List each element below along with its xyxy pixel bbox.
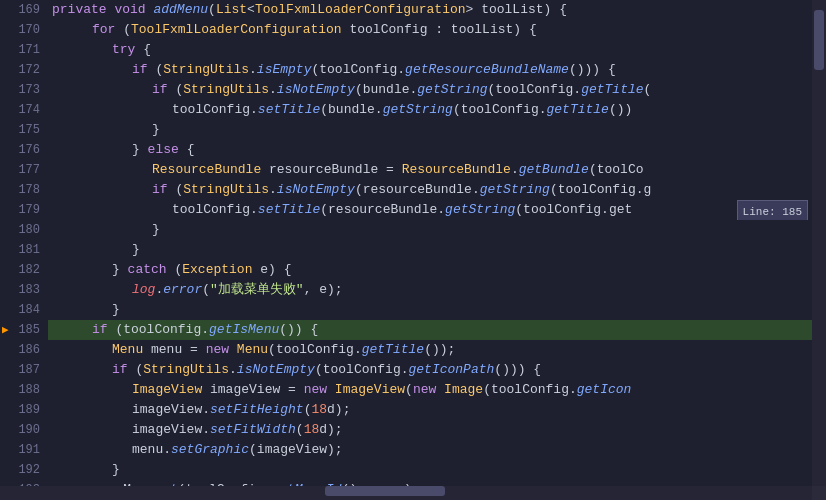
token-type: ResourceBundle xyxy=(152,162,261,177)
token-method: setGraphic xyxy=(171,442,249,457)
line-number: ▶185 xyxy=(0,320,48,340)
line-content: ImageView imageView = new ImageView(new … xyxy=(48,380,826,400)
token-plain: } xyxy=(132,242,140,257)
token-plain: { xyxy=(135,42,151,57)
token-plain: imageView. xyxy=(132,402,210,417)
token-method: getIcon xyxy=(577,382,632,397)
token-plain: (imageView); xyxy=(249,442,343,457)
token-kw: void xyxy=(114,2,145,17)
token-plain: (toolCo xyxy=(589,162,644,177)
line-content: } xyxy=(48,240,826,260)
code-lines[interactable]: 169private void addMenu(List<ToolFxmlLoa… xyxy=(0,0,826,486)
token-plain: ()); xyxy=(424,342,455,357)
token-method: setFitHeight xyxy=(210,402,304,417)
token-plain: . xyxy=(511,162,519,177)
code-line: 179toolConfig.setTitle(resourceBundle.ge… xyxy=(0,200,826,220)
token-kw: new xyxy=(304,382,327,397)
line-content: } xyxy=(48,460,826,480)
token-type: ImageView xyxy=(132,382,202,397)
code-line: 182} catch (Exception e) { xyxy=(0,260,826,280)
line-number: 182 xyxy=(0,260,48,280)
token-plain: } xyxy=(112,262,128,277)
line-number: 176 xyxy=(0,140,48,160)
line-content: if (StringUtils.isNotEmpty(toolConfig.ge… xyxy=(48,360,826,380)
token-method: getString xyxy=(383,102,453,117)
line-content: } xyxy=(48,220,826,240)
line-content: Menu menu = new Menu(toolConfig.getTitle… xyxy=(48,340,826,360)
line-content: toolConfig.setTitle(bundle.getString(too… xyxy=(48,100,826,120)
line-number: 180 xyxy=(0,220,48,240)
token-plain xyxy=(327,382,335,397)
line-number: 172 xyxy=(0,60,48,80)
token-method: getIsMenu xyxy=(209,322,279,337)
token-method: addMenu xyxy=(153,2,208,17)
token-plain: ()) { xyxy=(279,322,318,337)
token-num: 18 xyxy=(311,402,327,417)
line-content: if (StringUtils.isNotEmpty(resourceBundl… xyxy=(48,180,826,200)
line-content: } else { xyxy=(48,140,826,160)
token-plain: (toolConfig. xyxy=(315,362,409,377)
token-type: ImageView xyxy=(335,382,405,397)
token-method: getTitle xyxy=(362,342,424,357)
code-line: 173if (StringUtils.isNotEmpty(bundle.get… xyxy=(0,80,826,100)
horizontal-scrollbar-thumb[interactable] xyxy=(325,486,445,496)
token-kw: if xyxy=(152,182,168,197)
token-plain: toolConfig : toolList) { xyxy=(342,22,537,37)
token-method: isNotEmpty xyxy=(237,362,315,377)
token-kw: for xyxy=(92,22,115,37)
line-number: 191 xyxy=(0,440,48,460)
token-type: List xyxy=(216,2,247,17)
line-number: 184 xyxy=(0,300,48,320)
token-kw: if xyxy=(132,62,148,77)
token-type: ToolFxmlLoaderConfiguration xyxy=(131,22,342,37)
token-plain: } xyxy=(112,302,120,317)
scrollbar-corner xyxy=(812,486,826,500)
token-plain: , e); xyxy=(304,282,343,297)
line-number: 183 xyxy=(0,280,48,300)
code-line: 190imageView.setFitWidth(18d); xyxy=(0,420,826,440)
token-plain: (toolConfig. xyxy=(268,342,362,357)
token-kw: if xyxy=(152,82,168,97)
line-number: 175 xyxy=(0,120,48,140)
token-plain: ( xyxy=(128,362,144,377)
line-content: if (StringUtils.isNotEmpty(bundle.getStr… xyxy=(48,80,826,100)
code-line: 187if (StringUtils.isNotEmpty(toolConfig… xyxy=(0,360,826,380)
vertical-scrollbar[interactable] xyxy=(812,0,826,486)
code-line: 183log.error("加载菜单失败", e); xyxy=(0,280,826,300)
line-number: 189 xyxy=(0,400,48,420)
token-plain: (toolConfig. xyxy=(488,82,582,97)
token-method: isNotEmpty xyxy=(277,182,355,197)
token-method: setTitle xyxy=(258,102,320,117)
line-number: 181 xyxy=(0,240,48,260)
token-plain: (toolConfig. xyxy=(453,102,547,117)
token-plain: d); xyxy=(327,402,350,417)
token-method: getString xyxy=(417,82,487,97)
code-line: 176} else { xyxy=(0,140,826,160)
line-number: 170 xyxy=(0,20,48,40)
line-content: private void addMenu(List<ToolFxmlLoader… xyxy=(48,0,826,20)
token-plain: > toolList) { xyxy=(466,2,567,17)
token-method: getString xyxy=(445,202,515,217)
token-plain: (toolConfig. xyxy=(311,62,405,77)
token-plain: . xyxy=(269,182,277,197)
bottom-bar xyxy=(0,486,826,500)
token-plain: (toolConfig. xyxy=(483,382,577,397)
code-line: 174toolConfig.setTitle(bundle.getString(… xyxy=(0,100,826,120)
token-type: StringUtils xyxy=(163,62,249,77)
token-type: Menu xyxy=(237,342,268,357)
line-content: if (toolConfig.getIsMenu()) { xyxy=(48,320,826,340)
token-plain: ( xyxy=(208,2,216,17)
token-num: 18 xyxy=(304,422,320,437)
token-kw: private xyxy=(52,2,107,17)
token-kw: try xyxy=(112,42,135,57)
token-plain: (toolConfig. xyxy=(108,322,209,337)
vertical-scrollbar-thumb[interactable] xyxy=(814,10,824,70)
token-plain: (toolConfig.get xyxy=(515,202,632,217)
token-plain: resourceBundle = xyxy=(261,162,401,177)
horizontal-scrollbar[interactable] xyxy=(0,486,812,500)
token-plain: ( xyxy=(168,82,184,97)
token-type: StringUtils xyxy=(143,362,229,377)
line-number: 190 xyxy=(0,420,48,440)
code-line: 191menu.setGraphic(imageView); xyxy=(0,440,826,460)
token-plain: ( xyxy=(115,22,131,37)
